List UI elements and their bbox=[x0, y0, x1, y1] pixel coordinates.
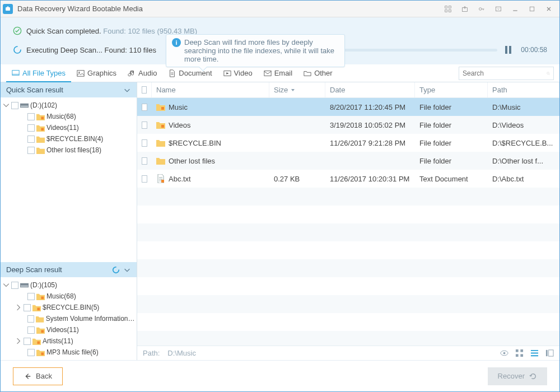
svg-rect-33 bbox=[516, 349, 519, 352]
file-row[interactable]: Videos3/19/2018 10:05:02 PMFile folderD:… bbox=[137, 116, 559, 134]
svg-rect-18 bbox=[21, 105, 28, 107]
col-date[interactable]: Date bbox=[325, 82, 415, 97]
back-button[interactable]: Back bbox=[13, 367, 63, 385]
app-logo bbox=[3, 4, 13, 14]
search-icon bbox=[547, 69, 550, 77]
tool-key-icon[interactable] bbox=[473, 1, 490, 17]
svg-rect-19 bbox=[41, 116, 44, 119]
status-area: i Deep Scan will find more files by deep… bbox=[1, 17, 559, 64]
search-box[interactable] bbox=[459, 67, 554, 80]
quickscan-section-head[interactable]: Quick Scan result bbox=[1, 82, 137, 97]
info-icon: i bbox=[172, 38, 181, 47]
spinner-icon bbox=[13, 45, 22, 54]
svg-point-32 bbox=[503, 352, 506, 354]
file-row[interactable]: Other lost filesFile folderD:\Other lost… bbox=[137, 152, 559, 170]
svg-rect-22 bbox=[21, 285, 28, 287]
svg-rect-38 bbox=[549, 350, 553, 356]
svg-rect-26 bbox=[37, 341, 40, 344]
col-path[interactable]: Path bbox=[488, 82, 559, 97]
svg-rect-30 bbox=[161, 180, 164, 183]
list-view-icon[interactable] bbox=[530, 349, 539, 357]
maximize-button[interactable] bbox=[524, 1, 540, 17]
tree-d-artists[interactable]: Artists(11) bbox=[2, 335, 136, 347]
svg-rect-23 bbox=[41, 296, 44, 299]
tree-drive-d-deep[interactable]: (D:)(105) bbox=[2, 279, 136, 291]
col-type[interactable]: Type bbox=[415, 82, 488, 97]
chevron-down-icon bbox=[123, 266, 131, 274]
tool-grid-icon[interactable] bbox=[440, 1, 456, 17]
svg-rect-4 bbox=[445, 10, 447, 12]
detail-view-icon[interactable] bbox=[545, 349, 554, 357]
file-row[interactable]: Abc.txt0.27 KB11/26/2017 10:20:31 PMText… bbox=[137, 170, 559, 188]
deepscan-tree: (D:)(105) Music(68) $RECYCLE.BIN(5) Syst… bbox=[1, 277, 137, 360]
svg-rect-24 bbox=[37, 307, 40, 310]
svg-rect-25 bbox=[41, 330, 44, 333]
deepscan-status: Executing Deep Scan... Found: 110 files bbox=[26, 46, 156, 54]
elapsed-time: 00:00:58 bbox=[521, 46, 547, 54]
preview-icon[interactable] bbox=[500, 349, 508, 357]
sort-desc-icon bbox=[290, 87, 296, 93]
svg-rect-36 bbox=[520, 354, 523, 357]
col-name[interactable]: Name bbox=[152, 82, 269, 97]
minimize-button[interactable] bbox=[507, 1, 524, 17]
path-value: D:\Music bbox=[167, 349, 196, 357]
checkmark-icon bbox=[13, 26, 22, 35]
svg-rect-34 bbox=[520, 349, 523, 352]
tree-d-mp3[interactable]: MP3 Music file(6) bbox=[2, 347, 136, 358]
svg-rect-28 bbox=[161, 107, 164, 110]
path-label: Path: bbox=[143, 349, 160, 357]
refresh-icon bbox=[529, 372, 537, 380]
window-title: Data Recovery Wizard Bootable Media bbox=[17, 4, 440, 13]
svg-rect-29 bbox=[161, 125, 164, 128]
grid-view-icon[interactable] bbox=[515, 349, 524, 357]
pause-button[interactable] bbox=[505, 46, 513, 54]
col-size[interactable]: Size bbox=[269, 82, 325, 97]
tree-d-sysvol[interactable]: System Volume Information(37) bbox=[2, 313, 136, 324]
close-button[interactable] bbox=[540, 1, 557, 17]
svg-rect-37 bbox=[546, 350, 548, 356]
svg-rect-9 bbox=[530, 7, 534, 11]
tree-drive-d[interactable]: (D:)(102) bbox=[2, 100, 136, 111]
tree-d-recycle[interactable]: $RECYCLE.BIN(5) bbox=[2, 302, 136, 313]
svg-rect-27 bbox=[41, 352, 44, 355]
deepscan-tooltip: i Deep Scan will find more files by deep… bbox=[166, 34, 345, 67]
main-area: Quick Scan result (D:)(102) Music(68) Vi… bbox=[1, 82, 559, 360]
file-rows: Music8/20/2017 11:20:45 PMFile folderD:\… bbox=[137, 98, 559, 346]
search-input[interactable] bbox=[463, 69, 547, 77]
arrow-left-icon bbox=[24, 372, 31, 380]
recover-button[interactable]: Recover bbox=[488, 367, 547, 385]
svg-rect-12 bbox=[77, 70, 84, 76]
tab-graphics[interactable]: Graphics bbox=[71, 64, 122, 82]
tab-audio[interactable]: Audio bbox=[122, 64, 162, 82]
svg-rect-1 bbox=[7, 6, 9, 7]
spinner-icon bbox=[112, 266, 120, 274]
left-pane: Quick Scan result (D:)(102) Music(68) Vi… bbox=[1, 82, 137, 360]
tree-d-videos[interactable]: Videos(11) bbox=[2, 324, 136, 335]
tool-export-icon[interactable] bbox=[456, 1, 473, 17]
svg-rect-5 bbox=[449, 10, 451, 12]
tab-all-file-types[interactable]: All File Types bbox=[6, 65, 71, 82]
svg-rect-0 bbox=[6, 7, 10, 11]
svg-rect-3 bbox=[449, 6, 451, 8]
tree-music[interactable]: Music(68) bbox=[2, 111, 136, 122]
file-row[interactable]: $RECYCLE.BIN11/26/2017 9:21:28 PMFile fo… bbox=[137, 134, 559, 152]
tree-otherlost[interactable]: Other lost files(18) bbox=[2, 144, 136, 156]
svg-rect-35 bbox=[516, 354, 519, 357]
tooltip-text: Deep Scan will find more files by deeply… bbox=[184, 38, 339, 63]
svg-point-7 bbox=[479, 7, 482, 10]
svg-rect-2 bbox=[445, 6, 447, 8]
svg-rect-20 bbox=[41, 128, 44, 130]
titlebar: Data Recovery Wizard Bootable Media bbox=[1, 1, 559, 17]
path-bar: Path: D:\Music bbox=[137, 346, 559, 360]
tree-videos[interactable]: Videos(11) bbox=[2, 122, 136, 133]
file-row[interactable]: Music8/20/2017 11:20:45 PMFile folderD:\… bbox=[137, 98, 559, 116]
deepscan-section-head[interactable]: Deep Scan result bbox=[1, 262, 137, 277]
right-pane: Name Size Date Type Path Music8/20/2017 … bbox=[137, 82, 559, 360]
footer: Back Recover bbox=[1, 360, 559, 391]
tree-d-music[interactable]: Music(68) bbox=[2, 291, 136, 302]
tool-dropdown-icon[interactable] bbox=[490, 1, 507, 17]
svg-rect-15 bbox=[264, 71, 271, 76]
column-headers: Name Size Date Type Path bbox=[137, 82, 559, 98]
tree-recycle[interactable]: $RECYCLE.BIN(4) bbox=[2, 133, 136, 144]
svg-rect-8 bbox=[496, 7, 501, 11]
